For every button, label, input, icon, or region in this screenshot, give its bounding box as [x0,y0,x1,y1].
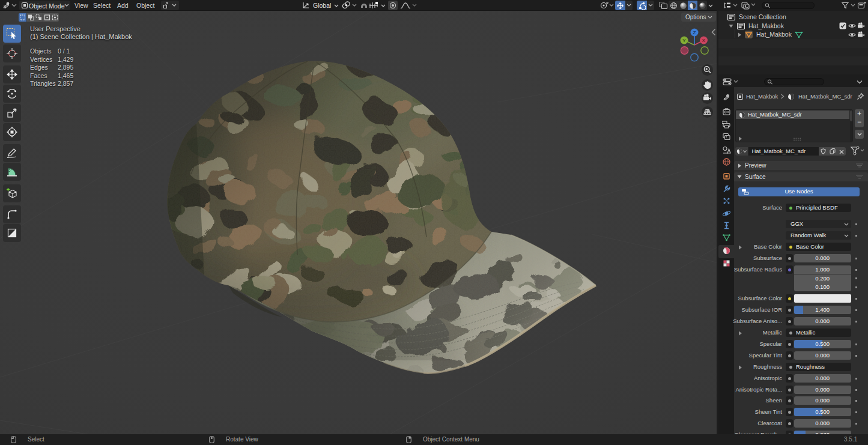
svg-text:X: X [702,38,706,43]
svg-text:Z: Z [693,30,696,35]
svg-text:Y: Y [682,38,686,43]
